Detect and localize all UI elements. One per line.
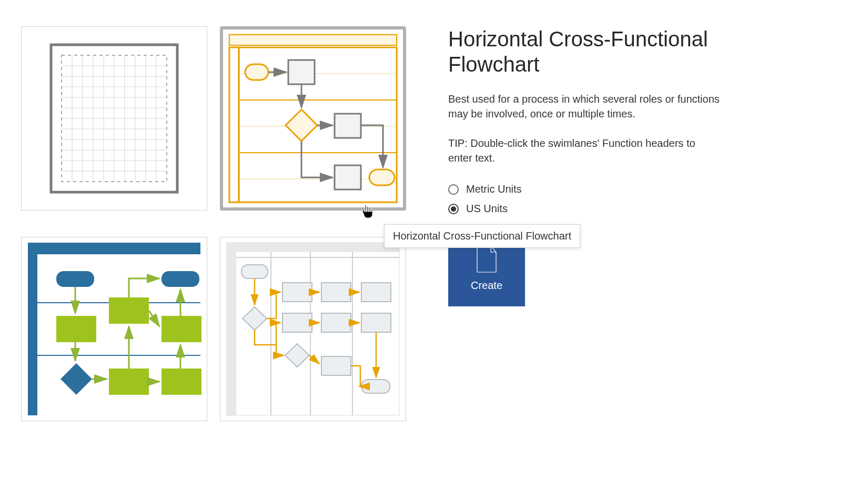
svg-rect-78	[361, 380, 390, 393]
svg-rect-50	[109, 368, 149, 395]
svg-rect-74	[321, 313, 351, 332]
svg-rect-35	[335, 165, 361, 190]
svg-rect-48	[109, 297, 149, 324]
template-grid	[21, 26, 406, 421]
svg-rect-45	[56, 271, 94, 287]
template-horizontal-cross-functional[interactable]	[220, 26, 406, 211]
svg-rect-68	[241, 265, 268, 278]
units-radio-group: Metric Units US Units	[448, 183, 722, 215]
radio-label: US Units	[466, 203, 508, 215]
horizontal-cf-icon	[226, 32, 400, 205]
svg-rect-24	[229, 47, 239, 202]
svg-rect-23	[229, 35, 397, 45]
svg-rect-34	[335, 114, 361, 138]
radio-metric-units[interactable]: Metric Units	[448, 183, 722, 195]
vertical-cf-icon	[25, 240, 204, 419]
create-button[interactable]: Create	[448, 230, 525, 306]
svg-rect-49	[162, 316, 201, 342]
svg-rect-51	[162, 368, 201, 395]
svg-rect-46	[162, 271, 199, 287]
svg-rect-70	[321, 283, 351, 302]
svg-rect-32	[288, 60, 315, 84]
template-basic-flowchart[interactable]	[220, 237, 406, 421]
template-description: Best used for a process in which several…	[448, 92, 722, 121]
basic-flowchart-icon	[224, 240, 402, 419]
radio-icon	[448, 184, 459, 195]
template-info-panel: Horizontal Cross-Functional Flowchart Be…	[427, 26, 722, 306]
svg-rect-31	[245, 64, 268, 80]
blank-drawing-icon	[46, 39, 183, 197]
svg-rect-63	[227, 243, 236, 415]
svg-rect-62	[227, 243, 399, 252]
svg-rect-42	[37, 243, 200, 254]
svg-rect-71	[361, 283, 391, 302]
template-blank-drawing[interactable]	[21, 26, 207, 211]
svg-rect-73	[282, 313, 312, 332]
create-label: Create	[471, 280, 502, 292]
svg-rect-41	[28, 243, 37, 415]
radio-label: Metric Units	[466, 183, 522, 195]
radio-us-units[interactable]: US Units	[448, 203, 722, 215]
template-tip: TIP: Double-click the swimlanes' Functio…	[448, 136, 722, 165]
radio-icon	[448, 204, 459, 214]
template-title: Horizontal Cross-Functional Flowchart	[448, 26, 722, 77]
svg-rect-69	[282, 283, 312, 302]
svg-rect-77	[321, 356, 351, 375]
template-vertical-cross-functional[interactable]	[21, 237, 207, 421]
svg-rect-75	[361, 313, 391, 332]
svg-rect-36	[369, 170, 395, 185]
document-icon	[475, 245, 498, 273]
svg-rect-47	[56, 316, 96, 342]
